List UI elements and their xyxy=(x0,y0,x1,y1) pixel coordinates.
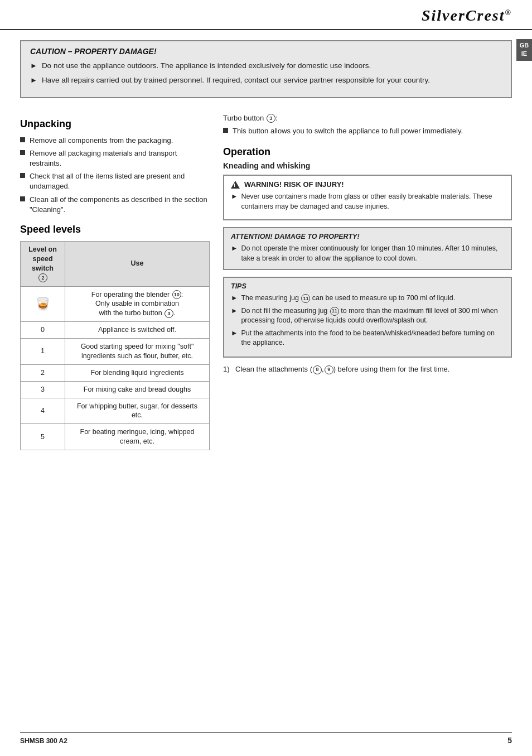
triangle-icon xyxy=(231,181,240,189)
arrow-icon-2: ► xyxy=(30,75,37,86)
warning-list: ► Never use containers made from glass o… xyxy=(231,192,504,211)
attention-title: ATTENTION! DAMAGE TO PROPERTY! xyxy=(231,233,504,240)
level-5: 5 xyxy=(21,424,65,450)
footer-model: SHMSB 300 A2 xyxy=(20,737,67,745)
att-badge-9: 9 xyxy=(325,365,333,374)
level-1: 1 xyxy=(21,339,65,365)
step-text-1: Clean the attachments (8,9) before using… xyxy=(235,364,449,374)
attention-box: ATTENTION! DAMAGE TO PROPERTY! ► Do not … xyxy=(223,227,512,270)
speed-table: Level on speed switch 2 Use 🥃 For operat… xyxy=(20,241,210,450)
turbo-badge: 3 xyxy=(267,114,275,123)
col-level-header: Level on speed switch 2 xyxy=(21,242,65,287)
arrow-icon: ► xyxy=(231,306,238,316)
unpacking-title: Unpacking xyxy=(20,118,210,130)
caution-box: CAUTION – PROPERTY DAMAGE! ► Do not use … xyxy=(20,40,512,98)
kneading-subtitle: Kneading and whisking xyxy=(223,161,512,170)
right-column: Turbo button 3: This button allows you t… xyxy=(223,114,512,450)
unpacking-item-3: Check that all of the items listed are p… xyxy=(20,171,210,191)
footer-page: 5 xyxy=(507,736,512,745)
use-2: For blending liquid ingredients xyxy=(65,364,210,381)
warning-title-text: WARNING! RISK OF INJURY! xyxy=(244,180,344,189)
level-0: 0 xyxy=(21,322,65,339)
brand-name-text: SilverCrest xyxy=(422,7,505,24)
tips-box: TIPS ► The measuring jug 11 can be used … xyxy=(223,277,512,358)
unpacking-list: Remove all components from the packaging… xyxy=(20,136,210,215)
use-5: For beating meringue, icing, whipped cre… xyxy=(65,424,210,450)
use-0: Appliance is switched off. xyxy=(65,322,210,339)
arrow-icon: ► xyxy=(231,293,238,304)
step-num-1: 1) xyxy=(223,364,235,374)
warning-box: WARNING! RISK OF INJURY! ► Never use con… xyxy=(223,175,512,220)
steps-list: 1) Clean the attachments (8,9) before us… xyxy=(223,364,512,374)
turbo-description: This button allows you to switch the app… xyxy=(233,126,463,136)
warning-title: WARNING! RISK OF INJURY! xyxy=(231,180,504,189)
use-blender: For operating the blender 10: Only usabl… xyxy=(65,286,210,322)
tips-list: ► The measuring jug 11 can be used to me… xyxy=(231,293,504,348)
tips-text-2: Do not fill the measuring jug 11 to more… xyxy=(241,306,504,326)
table-row-2: 2 For blending liquid ingredients xyxy=(21,364,210,381)
unpacking-item-2: Remove all packaging materials and trans… xyxy=(20,148,210,168)
table-row-3: 3 For mixing cake and bread doughs xyxy=(21,381,210,398)
tips-text-1: The measuring jug 11 can be used to meas… xyxy=(241,293,455,304)
table-row-0: 0 Appliance is switched off. xyxy=(21,322,210,339)
caution-title: CAUTION – PROPERTY DAMAGE! xyxy=(30,47,502,56)
table-row-1: 1 Good starting speed for mixing "soft" … xyxy=(21,339,210,365)
tips-item-1: ► The measuring jug 11 can be used to me… xyxy=(231,293,504,304)
caution-item-2: ► Have all repairs carried out by traine… xyxy=(30,75,502,86)
caution-text-2: Have all repairs carried out by trained … xyxy=(42,75,430,86)
att-badge-8: 8 xyxy=(313,365,322,374)
table-row-4: 4 For whipping butter, sugar, for desser… xyxy=(21,398,210,424)
arrow-icon: ► xyxy=(231,244,238,254)
operation-title: Operation xyxy=(223,146,512,158)
bullet-icon xyxy=(20,137,25,142)
bullet-icon xyxy=(20,196,25,201)
use-1: Good starting speed for mixing "soft" in… xyxy=(65,339,210,365)
brand-registered: ® xyxy=(505,8,512,17)
level-4: 4 xyxy=(21,398,65,424)
tips-item-3: ► Put the attachments into the food to b… xyxy=(231,329,504,348)
arrow-icon: ► xyxy=(231,329,238,339)
jug-badge-1: 11 xyxy=(301,294,310,303)
side-tab-gb: GB xyxy=(518,41,531,50)
header: SilverCrest® xyxy=(0,0,532,30)
main-content: Unpacking Remove all components from the… xyxy=(0,108,532,461)
unpacking-item-1: Remove all components from the packaging… xyxy=(20,136,210,146)
attention-list: ► Do not operate the mixer continuously … xyxy=(231,244,504,263)
caution-text-1: Do not use the appliance outdoors. The a… xyxy=(42,60,371,71)
caution-item-1: ► Do not use the appliance outdoors. The… xyxy=(30,60,502,71)
arrow-icon-1: ► xyxy=(30,61,37,71)
tips-title: TIPS xyxy=(231,282,504,290)
table-row-blender: 🥃 For operating the blender 10: Only usa… xyxy=(21,286,210,322)
speed-badge: 2 xyxy=(38,273,47,282)
caution-list: ► Do not use the appliance outdoors. The… xyxy=(30,60,502,86)
bullet-icon xyxy=(20,173,25,178)
step-1: 1) Clean the attachments (8,9) before us… xyxy=(223,364,512,374)
level-3: 3 xyxy=(21,381,65,398)
tips-item-2: ► Do not fill the measuring jug 11 to mo… xyxy=(231,306,504,326)
blender-num-badge: 10 xyxy=(172,290,181,299)
table-row-5: 5 For beating meringue, icing, whipped c… xyxy=(21,424,210,450)
side-tab-ie: IE xyxy=(518,50,531,58)
level-blender: 🥃 xyxy=(21,286,65,322)
turbo-num-badge: 3 xyxy=(165,309,173,318)
turbo-label-text: Turbo button xyxy=(223,114,264,122)
brand-logo: SilverCrest® xyxy=(422,7,512,25)
unpacking-item-4: Clean all of the components as described… xyxy=(20,195,210,215)
col-use-header: Use xyxy=(65,242,210,287)
arrow-icon: ► xyxy=(231,192,238,202)
bullet-icon xyxy=(223,128,228,133)
side-tab: GB IE xyxy=(516,39,532,61)
unpacking-text-2: Remove all packaging materials and trans… xyxy=(30,148,210,168)
attention-item-1: ► Do not operate the mixer continuously … xyxy=(231,244,504,263)
unpacking-text-4: Clean all of the components as described… xyxy=(30,195,210,215)
unpacking-text-3: Check that all of the items listed are p… xyxy=(30,171,210,191)
tips-text-3: Put the attachments into the food to be … xyxy=(241,329,504,348)
turbo-label: Turbo button 3: xyxy=(223,114,512,123)
warning-item-1: ► Never use containers made from glass o… xyxy=(231,192,504,211)
jug-badge-2: 11 xyxy=(330,307,339,316)
blender-icon: 🥃 xyxy=(35,296,50,312)
use-3: For mixing cake and bread doughs xyxy=(65,381,210,398)
bullet-icon xyxy=(20,150,25,155)
unpacking-text-1: Remove all components from the packaging… xyxy=(30,136,173,146)
warning-text-1: Never use containers made from glass or … xyxy=(241,192,504,211)
